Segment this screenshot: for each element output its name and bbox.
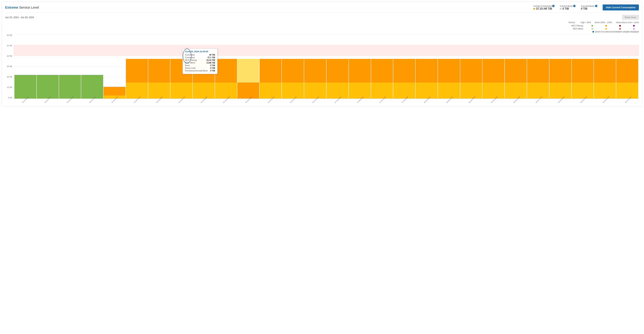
x-label-group: 23 Jun 07:00	[36, 99, 58, 101]
tooltip-consumed-label: Consumed	[185, 56, 195, 59]
x-label-group: 24 Jun 04:00	[103, 99, 125, 101]
hide-current-consumption-button[interactable]: Hide Current Consumption	[603, 4, 639, 10]
legend-header-burst: Burst 100% - 120%	[595, 21, 612, 24]
tooltip-burst-value: 0 TiB	[210, 64, 215, 67]
bar-group[interactable]	[237, 34, 259, 98]
current-burst-info-icon[interactable]: i	[573, 5, 576, 7]
bar-group[interactable]	[393, 34, 415, 98]
tooltip-above-limit-value: 0 TiB	[210, 67, 215, 69]
legend-primary-normal-dot	[592, 25, 593, 26]
x-label-group: 30 Jun 07:00	[572, 99, 594, 101]
bar-group[interactable]	[371, 34, 393, 98]
current-consumed-info-icon[interactable]: i	[552, 5, 554, 7]
tooltip-row-provisional: Provisional Accrued Burst 0 TiB	[185, 70, 215, 72]
bar-group[interactable]	[37, 34, 59, 98]
x-label-group: 23 Jun 14:00	[58, 99, 81, 101]
bar-group[interactable]	[416, 34, 438, 98]
legend-mirror-burst-dot	[619, 28, 621, 30]
zoom-hint: Zoom in to view burst between samples di…	[592, 30, 639, 33]
bar-group[interactable]	[505, 34, 527, 98]
x-label-group: 28 Jun 20:00	[460, 99, 482, 101]
tooltip-committed-value: 40 TiB	[209, 54, 215, 56]
x-label-group: 27 Jun 09:00	[349, 99, 371, 101]
x-label-group: 29 Jun 17:00	[527, 99, 550, 101]
current-consumed-value: 37.15 /40 TiB	[533, 7, 552, 10]
bar-group[interactable]	[550, 34, 572, 98]
legend-row-primary: MCC Primary	[570, 25, 639, 27]
header-row: Extreme Service Level Current Consumed i…	[5, 4, 639, 13]
y-label-60: 60 TiB	[7, 34, 12, 36]
x-label-group: 26 Jun 19:00	[304, 99, 326, 101]
bar-group[interactable]	[326, 34, 348, 98]
title-extreme: Extreme	[5, 6, 18, 9]
bar-group[interactable]	[572, 34, 594, 98]
service-level-title: Extreme Service Level	[5, 6, 39, 10]
legend-primary-high-dot	[605, 25, 607, 26]
x-label-group: 28 Jun 13:00	[438, 99, 460, 101]
x-label-group: 25 Jun 01:00	[170, 99, 192, 101]
bar-group[interactable]	[304, 34, 326, 98]
bar-group[interactable]	[438, 34, 460, 98]
burst-dot	[560, 8, 562, 10]
bar-group[interactable]	[81, 34, 103, 98]
tooltip-provisional-label: Provisional Accrued Burst	[185, 70, 208, 72]
bar-group[interactable]	[594, 34, 616, 98]
y-axis: 0 TiB 10 TiB 20 TiB 30 TiB 40 TiB 50 TiB…	[5, 34, 14, 99]
x-label-group: 24 Jun 18:00	[148, 99, 170, 101]
legend-mirror-high-dot	[605, 28, 607, 30]
header-stats: Current Consumed i 37.15 /40 TiB Current…	[533, 4, 639, 10]
accrued-burst-label: Accrued Burst i	[581, 5, 597, 7]
tooltip-row-committed: Committed 40 TiB	[185, 54, 215, 56]
bar-group[interactable]	[349, 34, 371, 98]
bar-group[interactable]	[616, 34, 638, 98]
chart-inner: June 25, 2024 22:00:00 Committed 40 TiB …	[14, 34, 639, 99]
bar-group[interactable]	[148, 34, 170, 98]
x-label-group: 27 Jun 23:00	[393, 99, 416, 101]
x-label-group: 30 Jun 14:00	[594, 99, 616, 101]
bar-group[interactable]	[282, 34, 304, 98]
accrued-burst-info-icon[interactable]: i	[595, 5, 597, 7]
bar-group[interactable]	[126, 34, 148, 98]
tooltip-mcc-mirror-label: MCC Mirror	[185, 62, 195, 64]
bar-group[interactable]	[14, 34, 36, 98]
bar-group[interactable]	[59, 34, 81, 98]
legend-mirror-normal-dot	[592, 28, 593, 30]
legend-primary-above-dot	[633, 25, 635, 26]
consumed-dot	[533, 8, 535, 10]
bar-group[interactable]	[482, 34, 504, 98]
tooltip-burst-label: Burst	[185, 64, 190, 67]
accrued-burst-group: Accrued Burst i 0 TiB	[581, 5, 597, 10]
x-label-group: 25 Jun 22:00	[237, 99, 259, 101]
tooltip-committed-label: Committed	[185, 54, 195, 56]
bar-group[interactable]	[215, 34, 237, 98]
title-rest: Service Level	[18, 6, 39, 9]
x-label-group: 25 Jun 15:00	[215, 99, 237, 101]
x-label-group: 28 Jun 06:00	[416, 99, 438, 101]
y-label-50: 50 TiB	[7, 45, 12, 47]
legend-mcc-primary-label: MCC Primary	[570, 25, 583, 27]
bar-group[interactable]	[527, 34, 549, 98]
tooltip-above-limit-label: Above Limit	[185, 67, 196, 69]
tooltip-row-burst: Burst 0 TiB	[185, 64, 215, 67]
tooltip: June 25, 2024 22:00:00 Committed 40 TiB …	[182, 48, 218, 74]
current-consumed-label: Current Consumed i	[533, 5, 554, 7]
y-label-20: 20 TiB	[7, 76, 12, 78]
x-label-group: 27 Jun 02:00	[326, 99, 349, 101]
x-label-group: 29 Jun 03:00	[482, 99, 505, 101]
bar-group[interactable]	[460, 34, 482, 98]
x-label-group: 23 Jun 21:00	[81, 99, 103, 101]
reset-zoom-button[interactable]: Reset Zoom	[622, 15, 639, 20]
main-container: Extreme Service Level Current Consumed i…	[2, 2, 642, 106]
tooltip-title: June 25, 2024 22:00:00	[185, 50, 215, 53]
bar-group[interactable]	[260, 34, 282, 98]
x-label-group: 23 Jun 00:00	[14, 99, 36, 101]
x-label-group: 29 Jun 10:00	[505, 99, 527, 101]
tooltip-mcc-primary-label: MCC Primary	[185, 59, 197, 61]
current-burst-label: Current Burst i	[560, 5, 576, 7]
x-label-group: 25 Jun 08:00	[192, 99, 215, 101]
bar-group[interactable]	[104, 34, 126, 98]
tooltip-row-above-limit: Above Limit 0 TiB	[185, 67, 215, 69]
y-label-40: 40 TiB	[7, 55, 12, 57]
legend-mcc-mirror-label: MCC Mirror	[570, 28, 583, 30]
x-label-group: 30 Jun 00:00	[550, 99, 572, 101]
